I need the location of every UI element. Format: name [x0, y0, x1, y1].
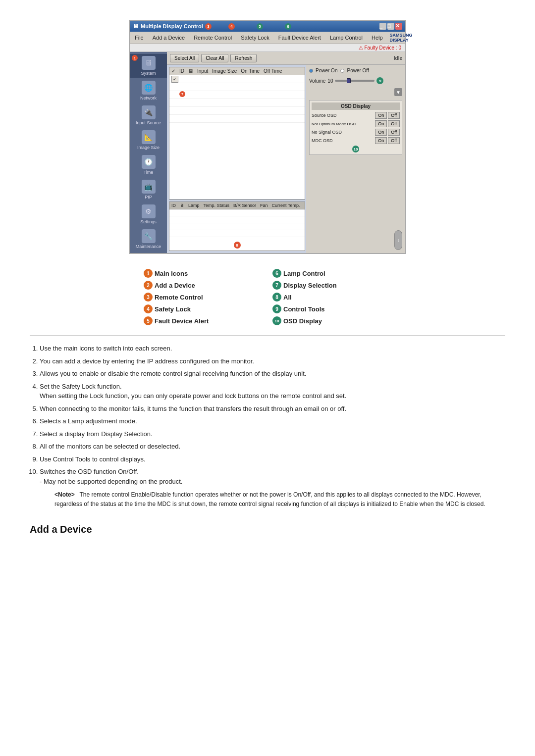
sidebar-item-maintenance[interactable]: 🔧 Maintenance [130, 227, 167, 251]
table-row [169, 83, 305, 91]
table-row [169, 115, 305, 123]
legend-item-3: 3 Remote Control [144, 293, 263, 302]
col-check: ✓ [171, 68, 175, 74]
menu-remote-control[interactable]: Remote Control [192, 34, 234, 41]
btcol-id: ID [171, 203, 176, 208]
legend-badge-10: 10 [272, 316, 281, 325]
note-text: The remote control Enable/Disable functi… [54, 491, 485, 507]
list-item-5: When connecting to the monitor fails, it… [40, 404, 505, 414]
input-source-icon: 🔌 [142, 105, 156, 119]
sidebar-label-network: Network [140, 96, 157, 101]
top-table-header: ✓ ID 🖥 Input Image Size On Time Off Time [169, 67, 305, 75]
osd-source-off[interactable]: Off [388, 112, 400, 119]
list-item-7: Select a display from Display Selection. [40, 429, 505, 439]
legend-item-6: 6 Lamp Control [272, 269, 391, 278]
col-on-time: On Time [241, 68, 260, 74]
select-all-button[interactable]: Select All [170, 54, 199, 62]
legend-grid: 1 Main Icons 2 Add a Device 3 Remote Con… [144, 269, 391, 325]
window-title: Multiple Display Control [141, 23, 203, 29]
faulty-device-label: Faulty Device : 0 [365, 45, 401, 50]
minimize-button[interactable]: _ [379, 23, 386, 30]
sidebar: 🖥 1 System 🌐 Network 🔌 Input Source 📐 [130, 52, 167, 253]
table-row: 7 [169, 91, 305, 99]
scrollbar-thumb[interactable]: ↕ [394, 230, 402, 250]
bottom-table-row [169, 209, 305, 216]
osd-row-no-signal: No Signal OSD On Off [312, 129, 400, 136]
osd-not-optimum-label: Not Optimum Mode OSD [312, 122, 356, 126]
clear-all-button[interactable]: Clear All [201, 54, 228, 62]
legend-item-10: 10 OSD Display [272, 316, 391, 325]
osd-no-signal-off[interactable]: Off [388, 129, 400, 136]
osd-not-optimum-on[interactable]: On [375, 120, 387, 127]
legend-badge-3: 3 [144, 293, 153, 302]
maximize-button[interactable]: □ [387, 23, 394, 30]
checkbox[interactable]: ✓ [171, 76, 178, 83]
legend-badge-8: 8 [272, 293, 281, 302]
title-bar-left: 🖥 Multiple Display Control 3 4 5 6 [133, 23, 291, 30]
sidebar-item-pip[interactable]: 📺 PIP [130, 178, 167, 202]
badge-3: 3 [205, 23, 212, 30]
menu-add-device[interactable]: Add a Device [151, 34, 187, 41]
settings-icon: ⚙ [142, 204, 156, 218]
osd-not-optimum-off[interactable]: Off [388, 120, 400, 127]
power-on-radio[interactable] [309, 69, 313, 73]
menu-file[interactable]: File [133, 34, 146, 41]
title-bar-controls[interactable]: _ □ ✕ [379, 23, 402, 30]
badge-9: 9 [376, 77, 383, 84]
power-off-radio[interactable] [340, 69, 344, 73]
volume-value: 10 [327, 78, 333, 84]
legend-label-4: Safety Lock [155, 305, 191, 313]
menu-lamp-control[interactable]: Lamp Control [328, 34, 365, 41]
btcol-lamp: Lamp [188, 203, 200, 208]
scroll-down-button[interactable]: ▼ [394, 88, 402, 96]
osd-mdc-on[interactable]: On [375, 137, 387, 144]
sidebar-item-system[interactable]: 🖥 1 System [130, 54, 167, 78]
menu-fault-device-alert[interactable]: Fault Device Alert [276, 34, 323, 41]
sidebar-label-image-size: Image Size [137, 145, 160, 150]
volume-thumb[interactable] [347, 78, 351, 83]
osd-mdc-off[interactable]: Off [388, 137, 400, 144]
bottom-table-row [169, 223, 305, 230]
top-buttons: Select All Clear All Refresh Idle [167, 52, 405, 65]
sidebar-item-settings[interactable]: ⚙ Settings [130, 202, 167, 226]
right-panel: Select All Clear All Refresh Idle ✓ ID 🖥… [167, 52, 405, 253]
volume-track[interactable] [335, 80, 374, 82]
refresh-button[interactable]: Refresh [230, 54, 257, 62]
menu-safety-lock[interactable]: Safety Lock [239, 34, 271, 41]
close-button[interactable]: ✕ [395, 23, 402, 30]
list-item-2: You can add a device by entering the IP … [40, 356, 505, 366]
badge-8: 8 [234, 242, 241, 249]
list-item-9: Use Control Tools to control displays. [40, 454, 505, 464]
sidebar-item-input-source[interactable]: 🔌 Input Source [130, 103, 167, 127]
col-id: ID [179, 68, 184, 74]
osd-source-label: Source OSD [312, 113, 337, 118]
scroll-area: ▼ [309, 88, 402, 96]
sidebar-label-time: Time [144, 170, 154, 175]
legend-item-1: 1 Main Icons [144, 269, 263, 278]
legend-label-9: Control Tools [283, 305, 325, 313]
sidebar-item-time[interactable]: 🕐 Time [130, 153, 167, 177]
power-on-option[interactable]: Power On [309, 68, 337, 73]
badge-1: 1 [132, 55, 138, 61]
list-item-3: Allows you to enable or disable the remo… [40, 369, 505, 379]
osd-no-signal-on[interactable]: On [375, 129, 387, 136]
badge-10: 10 [352, 146, 359, 152]
power-off-option[interactable]: Power Off [340, 68, 369, 73]
legend-badge-7: 7 [272, 281, 281, 290]
sidebar-label-maintenance: Maintenance [136, 244, 161, 249]
menu-help[interactable]: Help [370, 34, 385, 41]
table-row [169, 107, 305, 115]
osd-mdc-btns: On Off [375, 137, 400, 144]
osd-title: OSD Display [312, 102, 400, 110]
sidebar-item-image-size[interactable]: 📐 Image Size [130, 128, 167, 152]
col-display: 🖥 [188, 68, 193, 74]
legend-badge-4: 4 [144, 304, 153, 313]
badge-5: 5 [257, 23, 263, 30]
sidebar-item-network[interactable]: 🌐 Network [130, 79, 167, 102]
list-item-8: All of the monitors can be selected or d… [40, 442, 505, 452]
osd-row-mdc: MDC OSD On Off [312, 137, 400, 144]
numbered-list: Use the main icons to switch into each s… [40, 344, 505, 509]
btcol-display: 🖥 [180, 203, 184, 208]
middle-area: ✓ ID 🖥 Input Image Size On Time Off Time… [167, 65, 405, 253]
osd-source-on[interactable]: On [375, 112, 387, 119]
